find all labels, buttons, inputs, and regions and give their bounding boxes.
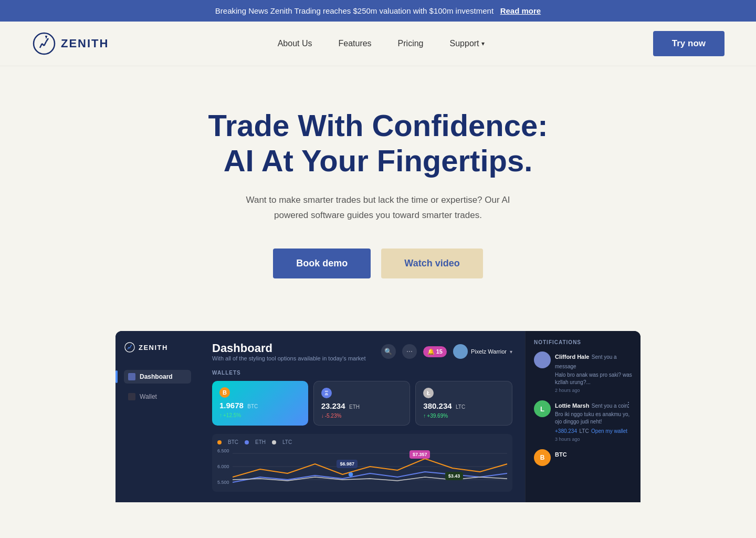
notif-avatar-lottie: L bbox=[534, 400, 551, 417]
dashboard-topbar: Dashboard With all of the styling tool o… bbox=[212, 342, 512, 361]
banner-text: Breaking News Zenith Trading reaches $25… bbox=[215, 6, 494, 15]
main-nav: ZENITH About Us Features Pricing Support… bbox=[0, 22, 756, 66]
sidebar-dashboard-label: Dashboard bbox=[140, 373, 173, 380]
eth-trend-icon: ↓ bbox=[321, 413, 324, 419]
eth-icon: Ξ bbox=[321, 388, 332, 398]
sidebar-item-dashboard[interactable]: Dashboard bbox=[124, 370, 191, 384]
watch-video-button[interactable]: Watch video bbox=[381, 249, 482, 278]
btc-change: ↑ +12.5% bbox=[219, 412, 301, 418]
notif-ltc-info: +380.234 LTC Open my wallet bbox=[555, 426, 632, 435]
svg-point-0 bbox=[34, 33, 55, 54]
logo: ZENITH bbox=[32, 31, 109, 56]
search-icon[interactable]: 🔍 bbox=[381, 344, 396, 359]
ltc-amount: 380.234 LTC bbox=[423, 401, 505, 411]
grid-icon[interactable]: ⋯ bbox=[402, 344, 417, 359]
db-logo-icon bbox=[124, 342, 135, 353]
user-profile[interactable]: Pixelz Warrior ▾ bbox=[453, 344, 512, 359]
notif-avatar-clifford bbox=[534, 351, 551, 368]
svg-point-7 bbox=[125, 343, 134, 352]
topbar-right: 🔍 ⋯ 🔔 15 Pixelz Warrior ▾ bbox=[381, 344, 512, 359]
notif-more-icon[interactable]: ⋮ bbox=[625, 400, 632, 409]
svg-point-15 bbox=[348, 472, 352, 477]
wallet-eth[interactable]: Ξ 23.234 ETH ↓ -5.23% bbox=[313, 381, 411, 426]
dashboard-inner: ZENITH Dashboard Wallet Dashboard bbox=[116, 331, 640, 502]
notif-time-1: 2 hours ago bbox=[555, 388, 632, 393]
chart-svg bbox=[233, 448, 507, 485]
logo-text: ZENITH bbox=[61, 37, 109, 50]
chart-legend: BTC ETH LTC bbox=[217, 439, 507, 445]
notification-item-1: Clifford Hale Sent you a message Halo br… bbox=[534, 351, 632, 393]
sidebar-item-wallet[interactable]: Wallet bbox=[124, 390, 191, 404]
price-bubble-1: $6.987 bbox=[337, 460, 358, 468]
wallets-label: WALLETS bbox=[212, 370, 512, 376]
ltc-change: ↑ +39.69% bbox=[423, 413, 505, 419]
banner-read-more-link[interactable]: Read more bbox=[500, 6, 541, 15]
svg-line-8 bbox=[128, 347, 129, 349]
hero-subtext: Want to make smarter trades but lack the… bbox=[231, 193, 525, 223]
db-logo: ZENITH bbox=[124, 342, 191, 353]
hero-buttons: Book demo Watch video bbox=[10, 249, 746, 278]
hero-section: Trade With Confidence: AI At Your Finger… bbox=[0, 66, 756, 310]
nav-features[interactable]: Features bbox=[338, 39, 371, 48]
svg-line-4 bbox=[46, 38, 48, 42]
wallet-ltc[interactable]: Ł 380.234 LTC ↑ +39.69% bbox=[415, 381, 512, 426]
chart-y-axis: 6.500 6.000 5.500 bbox=[217, 448, 229, 487]
notif-time-2: 3 hours ago bbox=[555, 437, 632, 442]
btc-amount: 1.9678 BTC bbox=[219, 401, 301, 410]
open-wallet-link[interactable]: Open my wallet bbox=[591, 428, 627, 434]
nav-about-us[interactable]: About Us bbox=[278, 39, 312, 48]
notification-badge[interactable]: 🔔 15 bbox=[423, 346, 447, 357]
dashboard-sidebar: ZENITH Dashboard Wallet bbox=[116, 331, 200, 502]
ltc-legend-dot bbox=[272, 440, 276, 444]
user-chevron-icon: ▾ bbox=[510, 349, 512, 355]
notification-item-3-partial: B BTC bbox=[534, 449, 632, 466]
nav-links: About Us Features Pricing Support ▾ bbox=[278, 39, 485, 48]
wallet-nav-icon bbox=[128, 393, 135, 400]
hero-headline: Trade With Confidence: AI At Your Finger… bbox=[194, 108, 562, 178]
nav-pricing[interactable]: Pricing bbox=[398, 39, 424, 48]
notif-content-2: Lottie Marsh Sent you a coin Bro iki ngg… bbox=[555, 400, 632, 442]
notif-avatar-btc: B bbox=[534, 449, 551, 466]
svg-line-3 bbox=[44, 42, 46, 46]
dashboard-preview-container: ZENITH Dashboard Wallet Dashboard bbox=[0, 331, 756, 502]
notif-name-3: BTC bbox=[555, 451, 567, 458]
db-logo-text: ZENITH bbox=[139, 344, 168, 351]
username: Pixelz Warrior bbox=[471, 348, 507, 355]
wallets-container: B 1.9678 BTC ↑ +12.5% Ξ 23.234 bbox=[212, 381, 512, 426]
notif-name-1: Clifford Hale bbox=[555, 354, 589, 360]
user-avatar bbox=[453, 344, 468, 359]
try-now-button[interactable]: Try now bbox=[653, 31, 724, 56]
active-indicator bbox=[116, 370, 118, 383]
notifications-label: NOTIFICATIONS bbox=[534, 339, 632, 345]
eth-amount: 23.234 ETH bbox=[321, 401, 403, 411]
chart-svg-container: $6.987 $7.357 $3.43 bbox=[233, 448, 507, 487]
notif-msg-1: Halo bro anak was pro saki? was kzllah u… bbox=[555, 371, 632, 386]
wallet-btc[interactable]: B 1.9678 BTC ↑ +12.5% bbox=[212, 381, 308, 426]
chart-area: BTC ETH LTC 6.500 6.000 5.500 bbox=[212, 434, 512, 492]
eth-legend-dot bbox=[245, 440, 249, 444]
notif-content-3: BTC bbox=[555, 449, 632, 466]
btc-legend-dot bbox=[217, 440, 222, 444]
chart-content: 6.500 6.000 5.500 bbox=[217, 448, 507, 487]
svg-line-10 bbox=[130, 346, 131, 348]
dashboard-subtitle: With all of the styling tool options ava… bbox=[212, 355, 366, 361]
notif-msg-2: Bro iki nggo tuku es anakmu yo, ojo ding… bbox=[555, 411, 632, 426]
chevron-down-icon: ▾ bbox=[481, 40, 485, 47]
notification-item-2: L Lottie Marsh Sent you a coin Bro iki n… bbox=[534, 400, 632, 442]
dashboard-main: Dashboard With all of the styling tool o… bbox=[200, 331, 525, 502]
notif-content-1: Clifford Hale Sent you a message Halo br… bbox=[555, 351, 632, 393]
dashboard-preview: ZENITH Dashboard Wallet Dashboard bbox=[116, 331, 640, 502]
svg-line-11 bbox=[131, 345, 132, 347]
eth-change: ↓ -5.23% bbox=[321, 413, 403, 419]
nav-support[interactable]: Support ▾ bbox=[450, 39, 485, 48]
logo-icon bbox=[32, 31, 57, 56]
btc-trend-icon: ↑ bbox=[219, 412, 222, 418]
book-demo-button[interactable]: Book demo bbox=[273, 249, 371, 278]
price-bubble-2: $7.357 bbox=[410, 450, 430, 459]
notifications-panel: NOTIFICATIONS Clifford Hale Sent you a m… bbox=[525, 331, 640, 502]
dashboard-title: Dashboard bbox=[212, 342, 366, 355]
ltc-icon: Ł bbox=[423, 388, 434, 398]
svg-line-1 bbox=[40, 44, 42, 48]
breaking-news-banner: Breaking News Zenith Trading reaches $25… bbox=[0, 0, 756, 22]
price-bubble-3: $3.43 bbox=[445, 472, 464, 480]
